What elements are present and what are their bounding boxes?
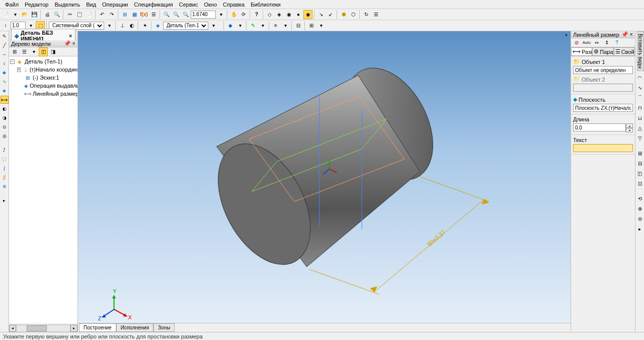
3d-viewport[interactable]: 80±0,37 Y X Z ▾ Построение Исполнения Зо… bbox=[78, 31, 571, 332]
menu-libraries[interactable]: Библиотеки bbox=[248, 1, 284, 9]
tool-11-icon[interactable]: ◎ bbox=[1, 132, 9, 140]
rtool-14-icon[interactable]: ◫ bbox=[636, 169, 644, 177]
align2-icon[interactable]: ⊞ bbox=[307, 21, 316, 30]
body-icon[interactable]: ◈ bbox=[153, 21, 163, 30]
help-icon[interactable]: ? bbox=[252, 10, 261, 19]
expand-icon[interactable]: + bbox=[17, 67, 21, 72]
auto-icon[interactable]: Auto bbox=[582, 38, 591, 47]
tool-dim-h-icon[interactable]: ↔ bbox=[1, 50, 9, 58]
close-icon[interactable]: × bbox=[69, 33, 72, 39]
shaded-icon[interactable]: ● bbox=[294, 10, 303, 19]
rtool-expand-icon[interactable]: ▸ bbox=[636, 225, 644, 233]
undo-icon[interactable]: ↶ bbox=[98, 10, 107, 19]
rtool-6-icon[interactable]: ∿ bbox=[636, 84, 644, 92]
zoom-fit-icon[interactable]: 🔍 bbox=[162, 10, 171, 19]
spin-down-icon[interactable]: ▾ bbox=[626, 128, 633, 132]
menu-file[interactable]: Файл bbox=[2, 1, 22, 9]
zoom-drop-icon[interactable]: ▾ bbox=[216, 10, 225, 19]
copy-icon[interactable]: 📋 bbox=[75, 10, 84, 19]
vars-icon[interactable]: ☰ bbox=[149, 10, 158, 19]
save-icon[interactable]: 💾 bbox=[30, 10, 39, 19]
iso-icon[interactable]: ◇ bbox=[265, 10, 274, 19]
scroll-right-icon[interactable]: ▸ bbox=[70, 325, 77, 332]
plane-field[interactable] bbox=[573, 104, 633, 112]
tool-sketch-icon[interactable]: ✎ bbox=[1, 32, 9, 40]
tool-13-icon[interactable]: ⬚ bbox=[1, 155, 9, 163]
menu-help[interactable]: Справка bbox=[220, 1, 248, 9]
menu-service[interactable]: Сервис bbox=[176, 1, 201, 9]
grid-icon[interactable]: ▦ bbox=[130, 10, 139, 19]
menu-view[interactable]: Вид bbox=[83, 1, 99, 9]
wireframe-icon[interactable]: ◈ bbox=[275, 10, 284, 19]
paste-icon[interactable]: 📄 bbox=[85, 10, 94, 19]
linetype-drop-icon[interactable]: ▾ bbox=[281, 21, 290, 30]
tree-btn1-icon[interactable]: ⊞ bbox=[10, 47, 19, 56]
scroll-left-icon[interactable]: ◂ bbox=[9, 325, 16, 332]
tree-node-extrude[interactable]: ◈ Операция выдавливания bbox=[10, 82, 76, 90]
scroll-track[interactable] bbox=[16, 325, 70, 332]
menu-spec[interactable]: Спецификация bbox=[131, 1, 176, 9]
open-icon[interactable]: 📂 bbox=[20, 10, 29, 19]
rtool-11-icon[interactable]: ▽ bbox=[636, 134, 644, 142]
tool-linear-dim-icon[interactable]: ⟷ bbox=[1, 96, 9, 104]
pin-icon[interactable]: 📌 bbox=[64, 40, 71, 46]
box1-icon[interactable]: ⬢ bbox=[339, 10, 348, 19]
tree-root[interactable]: − ◈ Деталь (Тел-1) bbox=[10, 57, 76, 65]
tree-node-dimension[interactable]: ⟷ Линейный размер:1 bbox=[10, 90, 76, 98]
view1-icon[interactable]: ↘ bbox=[316, 10, 326, 19]
tool-cube-icon[interactable]: ◈ bbox=[1, 87, 9, 95]
stop-icon[interactable]: ⊘ bbox=[572, 38, 581, 47]
tool-16-icon[interactable]: ⊕ bbox=[1, 182, 9, 190]
axes-icon[interactable]: ✦ bbox=[140, 21, 149, 30]
rtool-7-icon[interactable]: ⌒ bbox=[636, 94, 644, 102]
tool-12-icon[interactable]: ⤴ bbox=[1, 146, 9, 154]
preview-icon[interactable]: 🔍 bbox=[52, 10, 61, 19]
new-doc-icon[interactable]: 📄 bbox=[1, 10, 10, 19]
tool-9-icon[interactable]: ◑ bbox=[1, 114, 9, 122]
tool-expand-icon[interactable]: ▸ bbox=[1, 196, 9, 205]
menu-window[interactable]: Окно bbox=[201, 1, 220, 9]
color2-drop-icon[interactable]: ▾ bbox=[258, 21, 267, 30]
arrows2-icon[interactable]: ⇕ bbox=[602, 38, 611, 47]
tool-10-icon[interactable]: ⊙ bbox=[1, 123, 9, 131]
tab-props[interactable]: ☰Свой... bbox=[614, 47, 635, 56]
spin-up-icon[interactable]: ▴ bbox=[626, 123, 633, 128]
axis-icon[interactable]: ↕ bbox=[1, 21, 10, 30]
tree-node-origin[interactable]: + ⊥ (т)Начало координат bbox=[10, 65, 76, 74]
color1-icon[interactable]: ◆ bbox=[226, 21, 235, 30]
rtool-10-icon[interactable]: △ bbox=[636, 124, 644, 132]
shaded-edges-icon[interactable]: ◉ bbox=[303, 10, 312, 19]
menu-operations[interactable]: Операции bbox=[99, 1, 131, 9]
spreadsheet-icon[interactable]: ⊞ bbox=[120, 10, 129, 19]
box2-icon[interactable]: ⬡ bbox=[349, 10, 358, 19]
tool-8-icon[interactable]: ◐ bbox=[1, 105, 9, 113]
part-drop-icon[interactable]: ▾ bbox=[209, 21, 218, 30]
print-icon[interactable]: 🖨 bbox=[43, 10, 52, 19]
zoom-input[interactable] bbox=[191, 11, 216, 19]
menu-select[interactable]: Выделить bbox=[51, 1, 83, 9]
tree-btn5-icon[interactable]: ◨ bbox=[48, 47, 57, 56]
tab-exec[interactable]: Исполнения bbox=[116, 323, 153, 332]
collapse-icon[interactable]: − bbox=[10, 59, 15, 64]
tree-btn3-icon[interactable]: ▾ bbox=[29, 47, 38, 56]
part-select[interactable]: Деталь (Тел-1) bbox=[163, 22, 208, 30]
menu-editor[interactable]: Редактор bbox=[22, 1, 51, 9]
rtool-12-icon[interactable]: ⊞ bbox=[636, 149, 644, 157]
prop-help-icon[interactable]: ? bbox=[612, 38, 621, 47]
tool-15-icon[interactable]: ∬ bbox=[1, 173, 9, 181]
rtool-18-icon[interactable]: ⊖ bbox=[636, 215, 644, 223]
panel-close-icon[interactable]: × bbox=[630, 31, 633, 37]
zoom-out-icon[interactable]: 🔍 bbox=[181, 10, 190, 19]
zoom-in-icon[interactable]: 🔍 bbox=[172, 10, 181, 19]
obj1-field[interactable] bbox=[573, 66, 633, 74]
tree-btn2-icon[interactable]: ☰ bbox=[20, 47, 29, 56]
color1-drop-icon[interactable]: ▾ bbox=[235, 21, 245, 30]
align1-icon[interactable]: ⊟ bbox=[294, 21, 303, 30]
color2-icon[interactable]: ✎ bbox=[249, 21, 258, 30]
tree-hscroll[interactable]: ◂ ▸ bbox=[9, 324, 77, 332]
rtool-16-icon[interactable]: ⟲ bbox=[636, 194, 644, 202]
cut-icon[interactable]: ✂ bbox=[65, 10, 74, 19]
rebuild-icon[interactable]: ↻ bbox=[362, 10, 371, 19]
length-field[interactable] bbox=[573, 123, 626, 131]
tool-14-icon[interactable]: ∫ bbox=[1, 164, 9, 172]
